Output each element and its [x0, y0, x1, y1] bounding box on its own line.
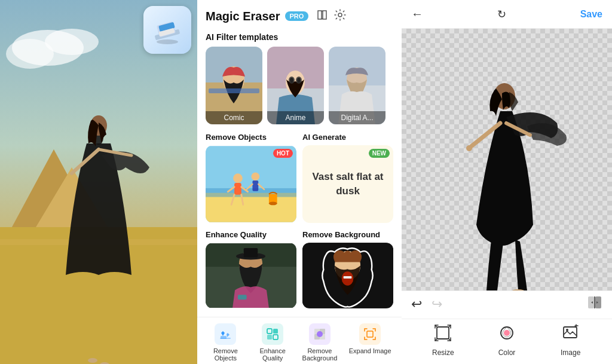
settings-icon[interactable]	[333, 8, 347, 24]
editor-canvas	[402, 29, 612, 290]
editor-bottom-bar: ↩ ↪	[402, 290, 612, 319]
resize-icon	[434, 324, 452, 346]
ai-generate-text: Vast salt flat at dusk	[302, 164, 393, 204]
svg-point-20	[157, 39, 178, 44]
back-button[interactable]: ←	[411, 7, 423, 21]
filter-card-digital[interactable]: Digital A...	[329, 47, 385, 124]
filter-digital-label: Digital A...	[329, 111, 385, 124]
remove-bg-title: Remove Background	[302, 230, 393, 239]
bottom-toolbar: RemoveObjects EnhanceQuality	[197, 317, 402, 364]
svg-rect-25	[209, 88, 259, 93]
expand-image-icon	[359, 323, 381, 345]
svg-rect-40	[234, 183, 241, 195]
bottom-section: Enhance Quality Remo	[197, 230, 402, 317]
remove-objects-tool[interactable]: RemoveObjects	[207, 323, 243, 362]
redo-button[interactable]: ↪	[432, 296, 442, 312]
remove-bg-icon	[309, 323, 331, 345]
svg-point-32	[297, 78, 301, 82]
book-icon[interactable]	[316, 8, 329, 24]
resize-tool-label: Resize	[432, 348, 454, 357]
svg-point-59	[342, 271, 354, 286]
enhance-title: Enhance Quality	[206, 230, 296, 239]
ai-generate-block: AI Generate NEW Vast salt flat at dusk	[302, 133, 393, 223]
filter-card-comic[interactable]: Comic	[206, 47, 262, 124]
svg-rect-55	[244, 248, 258, 258]
svg-rect-65	[267, 335, 272, 339]
enhance-quality-tool[interactable]: EnhanceQuality	[255, 323, 290, 362]
svg-rect-62	[220, 338, 231, 339]
resize-tool[interactable]: Resize	[425, 324, 461, 357]
hot-badge: HOT	[273, 149, 293, 158]
editor-panel: ← ↻ Save	[402, 0, 612, 364]
color-tool-label: Color	[498, 348, 516, 357]
pro-badge[interactable]: PRO	[285, 11, 309, 21]
undo-button[interactable]: ↩	[411, 296, 422, 312]
svg-rect-64	[273, 329, 278, 334]
editor-header-left: ←	[411, 7, 423, 21]
enhance-quality-icon	[262, 323, 283, 345]
filter-anime-label: Anime	[267, 111, 324, 124]
remove-objects-icon	[215, 323, 236, 345]
app-title: Magic Eraser	[206, 10, 280, 23]
remove-bg-block: Remove Background	[302, 230, 393, 308]
svg-point-50	[269, 201, 277, 205]
enhance-block: Enhance Quality	[206, 230, 296, 308]
enhance-card[interactable]	[206, 243, 296, 308]
svg-rect-60	[344, 276, 352, 279]
svg-point-45	[251, 172, 259, 181]
remove-bg-tool-label: RemoveBackground	[302, 347, 338, 362]
enhance-quality-tool-label: EnhanceQuality	[259, 347, 285, 362]
svg-rect-38	[206, 188, 296, 197]
image-tool[interactable]: Image	[553, 324, 589, 357]
undo-redo-group: ↩ ↪	[411, 296, 442, 312]
svg-point-39	[233, 173, 243, 183]
svg-rect-83	[437, 327, 449, 339]
svg-point-4	[45, 29, 99, 55]
enhance-image	[206, 243, 296, 308]
filter-section-title: AI Filter templates	[197, 29, 402, 47]
filter-comic-label: Comic	[206, 111, 262, 124]
svg-rect-37	[206, 193, 296, 222]
save-button[interactable]: Save	[580, 9, 602, 20]
svg-point-21	[338, 13, 342, 17]
compare-button[interactable]	[587, 295, 602, 314]
svg-point-87	[566, 329, 568, 331]
editor-tools-bar: Resize Color Image	[402, 319, 612, 364]
remove-bg-tool[interactable]: RemoveBackground	[302, 323, 338, 362]
magic-header: Magic Eraser PRO	[197, 0, 402, 29]
remove-bg-image	[302, 243, 393, 308]
svg-point-14	[88, 358, 97, 363]
ai-generate-card[interactable]: NEW Vast salt flat at dusk	[302, 145, 393, 223]
filter-row: Comic Anime	[197, 47, 402, 133]
remove-objects-card[interactable]: HOT	[206, 145, 296, 223]
new-badge: NEW	[369, 149, 390, 158]
middle-section: Remove Objects	[197, 133, 402, 230]
svg-rect-72	[367, 331, 373, 337]
photo-panel	[0, 0, 197, 364]
remove-objects-tool-label: RemoveObjects	[213, 347, 238, 362]
svg-rect-63	[267, 329, 272, 334]
svg-point-71	[317, 331, 323, 337]
image-tool-label: Image	[561, 348, 580, 357]
app-icon	[143, 6, 191, 54]
svg-point-85	[504, 330, 510, 336]
remove-bg-card[interactable]	[302, 243, 393, 308]
remove-objects-title: Remove Objects	[206, 133, 296, 142]
image-icon	[562, 324, 580, 346]
remove-objects-block: Remove Objects	[206, 133, 296, 223]
canvas-figure	[402, 33, 612, 290]
eraser-svg	[152, 14, 183, 45]
color-tool[interactable]: Color	[489, 324, 525, 357]
magic-eraser-panel: Magic Eraser PRO AI Filter templates	[197, 0, 402, 364]
filter-card-anime[interactable]: Anime	[267, 47, 324, 124]
expand-image-tool[interactable]: Expand Image	[349, 323, 391, 354]
svg-rect-66	[273, 335, 278, 339]
background-scene	[0, 0, 197, 364]
svg-point-31	[290, 78, 293, 82]
editor-header: ← ↻ Save	[402, 0, 612, 29]
svg-rect-56	[238, 295, 247, 299]
refresh-button[interactable]: ↻	[497, 8, 506, 21]
expand-image-tool-label: Expand Image	[349, 347, 391, 354]
ai-generate-title: AI Generate	[302, 133, 393, 142]
svg-rect-46	[252, 181, 258, 191]
